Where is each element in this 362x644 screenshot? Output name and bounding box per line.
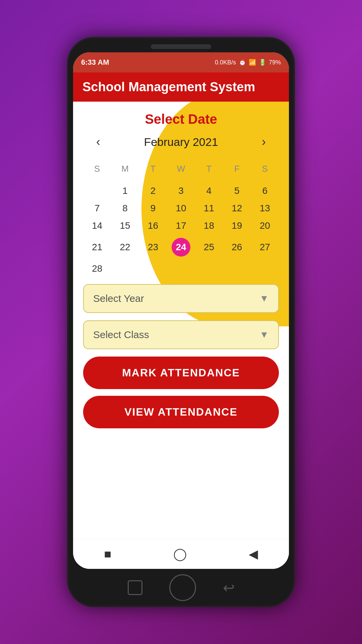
select-date-title: Select Date [83, 112, 279, 127]
cal-day-12[interactable]: 12 [232, 203, 242, 214]
class-dropdown-container: Select Class ▼ [83, 320, 279, 349]
calendar: ‹ February 2021 › S M T W T F S [83, 135, 279, 277]
next-month-button[interactable]: › [255, 135, 272, 149]
view-attendance-button[interactable]: VIEW ATTENDANCE [83, 396, 279, 428]
main-content: Select Date ‹ February 2021 › S M T W [73, 102, 289, 569]
cal-day-16[interactable]: 16 [148, 220, 158, 231]
app-bar: School Management System [73, 72, 289, 102]
cal-day-13[interactable]: 13 [260, 203, 270, 214]
cal-day-26[interactable]: 26 [232, 242, 242, 253]
year-dropdown[interactable]: Select Year ▼ [83, 284, 279, 313]
phone-recent-button[interactable] [128, 580, 142, 595]
status-bar: 6:33 AM 0.0KB/s ⏰ 📶 🔋 79% [73, 52, 289, 72]
day-header-s2: S [251, 159, 279, 179]
cal-day-14[interactable]: 14 [92, 220, 102, 231]
app-title: School Management System [82, 80, 255, 94]
phone-home-button[interactable] [169, 574, 196, 601]
cal-day-21[interactable]: 21 [92, 242, 102, 253]
signal-icon: 📶 [249, 59, 256, 66]
status-right: 0.0KB/s ⏰ 📶 🔋 79% [215, 59, 281, 66]
cal-day-17[interactable]: 17 [176, 220, 186, 231]
cal-day-27[interactable]: 27 [260, 242, 270, 253]
nav-bar: ■ ◯ ◀ [73, 539, 289, 569]
cal-day-10[interactable]: 10 [176, 203, 186, 214]
cal-day-23[interactable]: 23 [148, 242, 158, 253]
calendar-week-5: 28 [83, 260, 279, 277]
cal-day-8[interactable]: 8 [122, 203, 128, 214]
year-dropdown-container: Select Year ▼ [83, 284, 279, 313]
cal-day-11[interactable]: 11 [204, 203, 214, 214]
cal-day-9[interactable]: 9 [150, 203, 156, 214]
cal-day-5[interactable]: 5 [234, 185, 240, 196]
cal-day-18[interactable]: 18 [204, 220, 214, 231]
network-speed: 0.0KB/s [215, 59, 236, 66]
calendar-week-4: 21 22 23 24 25 26 27 [83, 234, 279, 260]
year-dropdown-arrow: ▼ [259, 293, 269, 304]
day-header-m: M [111, 159, 139, 179]
calendar-week-2: 7 8 9 10 11 12 13 [83, 200, 279, 217]
calendar-day-headers: S M T W T F S [83, 156, 279, 182]
cal-day-7[interactable]: 7 [95, 203, 100, 214]
calendar-header: ‹ February 2021 › [83, 135, 279, 149]
day-header-t2: T [195, 159, 223, 179]
calendar-week-3: 14 15 16 17 18 19 20 [83, 217, 279, 234]
cal-day-1[interactable]: 1 [122, 185, 128, 196]
nav-stop-icon[interactable]: ■ [104, 547, 111, 561]
calendar-week-1: 1 2 3 4 5 6 [83, 182, 279, 200]
nav-back-icon[interactable]: ◀ [249, 547, 258, 561]
cal-day-20[interactable]: 20 [260, 220, 270, 231]
day-header-s1: S [83, 159, 111, 179]
cal-day-22[interactable]: 22 [120, 242, 130, 253]
status-time: 6:33 AM [81, 58, 109, 67]
day-header-w: W [167, 159, 195, 179]
battery-level: 79% [269, 59, 281, 66]
cal-day-2[interactable]: 2 [150, 185, 156, 196]
calendar-month-year: February 2021 [144, 136, 218, 149]
clock-icon: ⏰ [239, 59, 246, 66]
phone-bottom: ↩ [128, 574, 235, 601]
day-header-t1: T [139, 159, 167, 179]
class-dropdown-arrow: ▼ [259, 329, 269, 340]
phone-screen: 6:33 AM 0.0KB/s ⏰ 📶 🔋 79% School Managem… [73, 52, 289, 569]
cal-day-24-selected[interactable]: 24 [172, 238, 190, 257]
battery-icon: 🔋 [259, 59, 266, 66]
day-header-f: F [223, 159, 251, 179]
cal-day-4[interactable]: 4 [206, 185, 212, 196]
cal-day-3[interactable]: 3 [178, 185, 184, 196]
prev-month-button[interactable]: ‹ [90, 135, 107, 149]
cal-day-25[interactable]: 25 [204, 242, 214, 253]
mark-attendance-button[interactable]: MARK ATTENDANCE [83, 357, 279, 389]
class-dropdown-label: Select Class [93, 329, 149, 340]
cal-day-28[interactable]: 28 [92, 263, 102, 274]
cal-day-19[interactable]: 19 [232, 220, 242, 231]
year-dropdown-label: Select Year [93, 293, 144, 304]
cal-day-15[interactable]: 15 [120, 220, 130, 231]
class-dropdown[interactable]: Select Class ▼ [83, 320, 279, 349]
phone-speaker [151, 44, 211, 49]
cal-day-6[interactable]: 6 [262, 185, 267, 196]
nav-home-icon[interactable]: ◯ [173, 547, 187, 561]
content-inner: Select Date ‹ February 2021 › S M T W [73, 102, 289, 539]
phone-back-button[interactable]: ↩ [223, 580, 235, 596]
